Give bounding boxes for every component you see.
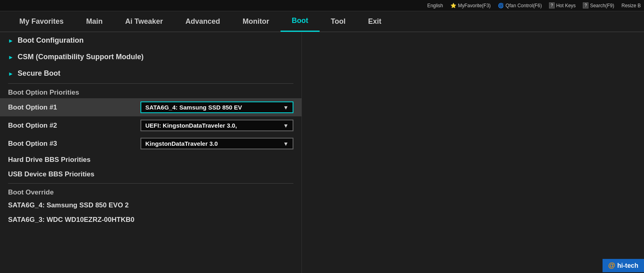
boot-option-2-row[interactable]: Boot Option #2 UEFI: KingstonDataTravele… [0,116,301,134]
resize-label: Resize B [621,3,641,8]
main-content: ► Boot Configuration ► CSM (Compatibilit… [0,32,644,273]
csm-label: CSM (Compatibility Support Module) [18,53,144,61]
nav-exit[interactable]: Exit [357,11,392,32]
nav-main[interactable]: Main [75,11,114,32]
fan-icon: 🌀 [498,3,504,8]
boot-option-1-label: Boot Option #1 [8,103,57,112]
dropdown-arrow-icon: ▼ [283,104,289,111]
sata6g-4-row[interactable]: SATA6G_4: Samsung SSD 850 EVO 2 [0,198,301,213]
dropdown-arrow-icon: ▼ [283,122,289,129]
sata6g-4-label: SATA6G_4: Samsung SSD 850 EVO 2 [8,201,129,209]
language-label: English [427,3,443,8]
help-icon: ? [549,2,555,8]
nav-my-favorites[interactable]: My Favorites [8,11,75,32]
resize-toolbar-item[interactable]: Resize B [621,3,641,8]
myfavorite-label: MyFavorite(F3) [458,3,491,8]
usb-device-bbs-row[interactable]: USB Device BBS Priorities [0,167,301,182]
hotkeys-toolbar-item[interactable]: ? Hot Keys [549,2,576,8]
boot-option-1-value[interactable]: SATA6G_4: Samsung SSD 850 EV ▼ [140,101,293,113]
left-panel: ► Boot Configuration ► CSM (Compatibilit… [0,32,302,273]
usb-device-bbs-label: USB Device BBS Priorities [8,170,94,178]
hotkeys-label: Hot Keys [556,3,576,8]
hitech-badge: @ hi-tech [603,259,644,272]
search-icon: ? [583,2,588,8]
boot-configuration-item[interactable]: ► Boot Configuration [0,32,301,49]
chevron-right-icon: ► [8,54,14,60]
sata6g-3-row[interactable]: SATA6G_3: WDC WD10EZRZ-00HTKB0 [0,213,301,227]
chevron-right-icon: ► [8,70,14,77]
hitech-text: hi-tech [617,262,638,269]
nav-menu: My Favorites Main Ai Tweaker Advanced Mo… [0,11,644,32]
boot-configuration-label: Boot Configuration [18,36,84,45]
boot-option-2-label: Boot Option #2 [8,122,57,130]
top-toolbar: English ⭐ MyFavorite(F3) 🌀 Qfan Control(… [0,0,644,11]
boot-option-1-row[interactable]: Boot Option #1 SATA6G_4: Samsung SSD 850… [0,98,301,116]
at-icon: @ [608,261,615,270]
boot-option-3-value[interactable]: KingstonDataTraveler 3.0 ▼ [140,138,293,149]
right-panel: @ hi-tech [302,32,644,273]
qfan-label: Qfan Control(F6) [506,3,542,8]
boot-option-2-value[interactable]: UEFI: KingstonDataTraveler 3.0, ▼ [140,120,293,131]
dropdown-arrow-icon: ▼ [283,141,289,147]
secure-boot-item[interactable]: ► Secure Boot [0,65,301,82]
nav-boot[interactable]: Boot [281,11,320,32]
search-label: Search(F9) [590,3,614,8]
nav-tool[interactable]: Tool [320,11,357,32]
qfan-toolbar-item[interactable]: 🌀 Qfan Control(F6) [498,3,542,8]
boot-option-priorities-header: Boot Option Priorities [0,85,301,98]
search-toolbar-item[interactable]: ? Search(F9) [583,2,614,8]
override-divider [8,183,293,184]
boot-option-3-row[interactable]: Boot Option #3 KingstonDataTraveler 3.0 … [0,134,301,153]
section-divider [8,83,293,84]
hard-drive-bbs-label: Hard Drive BBS Priorities [8,156,91,164]
chevron-right-icon: ► [8,37,14,44]
csm-item[interactable]: ► CSM (Compatibility Support Module) [0,49,301,65]
sata6g-3-label: SATA6G_3: WDC WD10EZRZ-00HTKB0 [8,216,134,224]
boot-option-3-label: Boot Option #3 [8,140,57,148]
language-toolbar-item[interactable]: English [427,3,443,8]
hard-drive-bbs-row[interactable]: Hard Drive BBS Priorities [0,153,301,167]
nav-advanced[interactable]: Advanced [174,11,231,32]
secure-boot-label: Secure Boot [18,69,60,78]
nav-monitor[interactable]: Monitor [231,11,281,32]
myfavorite-toolbar-item[interactable]: ⭐ MyFavorite(F3) [450,3,491,8]
nav-ai-tweaker[interactable]: Ai Tweaker [114,11,174,32]
star-icon: ⭐ [450,3,456,8]
boot-override-header: Boot Override [0,185,301,198]
